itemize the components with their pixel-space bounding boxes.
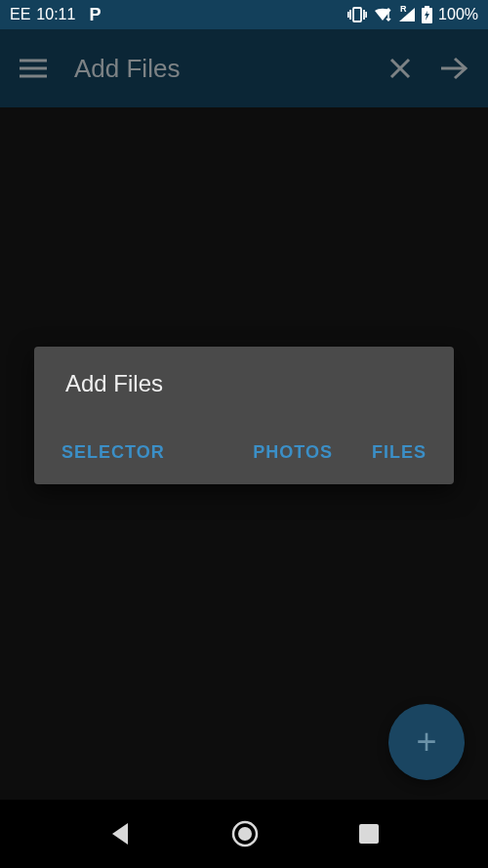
wifi-icon bbox=[373, 7, 392, 22]
app-indicator-icon: P bbox=[89, 5, 101, 25]
screen: EE 10:11 P R 100% Add Files bbox=[0, 0, 488, 868]
signal-icon: R bbox=[398, 7, 416, 22]
battery-icon bbox=[422, 6, 432, 23]
app-bar-actions bbox=[388, 57, 468, 80]
forward-arrow-icon[interactable] bbox=[439, 57, 468, 80]
roaming-indicator: R bbox=[400, 4, 407, 14]
selector-button[interactable]: SELECTOR bbox=[58, 436, 169, 469]
add-files-dialog: Add Files SELECTOR PHOTOS FILES bbox=[34, 347, 454, 484]
page-title: Add Files bbox=[74, 54, 361, 84]
files-button[interactable]: FILES bbox=[368, 436, 430, 469]
plus-icon: + bbox=[416, 722, 436, 763]
dialog-actions: SELECTOR PHOTOS FILES bbox=[58, 436, 430, 469]
status-right: R 100% bbox=[347, 6, 478, 23]
status-bar: EE 10:11 P R 100% bbox=[0, 0, 488, 29]
menu-icon[interactable] bbox=[20, 59, 47, 78]
photos-button[interactable]: PHOTOS bbox=[249, 436, 337, 469]
carrier-label: EE bbox=[10, 6, 30, 23]
app-bar: Add Files bbox=[0, 29, 488, 107]
svg-point-14 bbox=[238, 827, 252, 841]
vibrate-icon bbox=[347, 7, 367, 22]
back-nav-button[interactable] bbox=[108, 821, 132, 847]
close-icon[interactable] bbox=[388, 57, 412, 80]
svg-rect-15 bbox=[359, 824, 379, 844]
battery-label: 100% bbox=[438, 6, 478, 23]
svg-rect-0 bbox=[353, 8, 361, 21]
system-nav-bar bbox=[0, 800, 488, 868]
svg-rect-6 bbox=[425, 6, 429, 8]
add-fab[interactable]: + bbox=[388, 704, 465, 780]
home-nav-button[interactable] bbox=[230, 819, 260, 848]
clock-label: 10:11 bbox=[36, 6, 75, 23]
status-left: EE 10:11 P bbox=[10, 5, 101, 25]
recents-nav-button[interactable] bbox=[358, 823, 380, 845]
dialog-title: Add Files bbox=[58, 370, 430, 397]
